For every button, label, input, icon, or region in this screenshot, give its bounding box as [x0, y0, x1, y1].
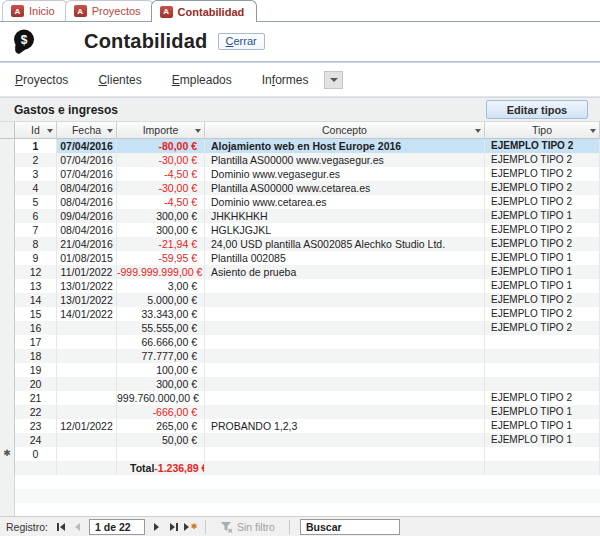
table-row[interactable]: 821/04/2016-21,94 €24,00 USD plantilla A… [0, 237, 600, 251]
cell-concepto[interactable] [205, 433, 485, 447]
cell-concepto[interactable] [205, 447, 485, 461]
cell-tipo[interactable]: EJEMPLO TIPO 2 [485, 139, 600, 153]
table-row[interactable]: 2312/01/2022265,00 €PROBANDO 1,2,3EJEMPL… [0, 419, 600, 433]
cell-id[interactable]: 1 [15, 139, 57, 153]
cell-id[interactable]: 14 [15, 293, 57, 307]
table-row[interactable]: 20300,00 € [0, 377, 600, 391]
cell-tipo[interactable]: EJEMPLO TIPO 2 [485, 195, 600, 209]
cell-importe[interactable]: -4,50 € [117, 195, 205, 209]
cell-id[interactable]: 9 [15, 251, 57, 265]
cell-id[interactable]: 3 [15, 167, 57, 181]
cell-id[interactable]: 13 [15, 279, 57, 293]
cell-fecha[interactable]: 01/08/2015 [57, 251, 117, 265]
cell-fecha[interactable]: 12/01/2022 [57, 419, 117, 433]
cell-concepto[interactable]: 24,00 USD plantilla AS002085 Alechko Stu… [205, 237, 485, 251]
cell-concepto[interactable]: HGLKJGJKL [205, 223, 485, 237]
column-header-importe[interactable]: Importe [117, 121, 205, 139]
cell-fecha[interactable]: 14/01/2022 [57, 307, 117, 321]
cell-importe[interactable] [117, 447, 205, 461]
first-record-button[interactable] [52, 519, 69, 535]
cell-importe[interactable]: 33.343,00 € [117, 307, 205, 321]
row-selector-gutter[interactable] [0, 167, 15, 181]
row-selector-gutter[interactable] [0, 209, 15, 223]
cell-id[interactable]: 16 [15, 321, 57, 335]
cell-tipo[interactable]: EJEMPLO TIPO 1 [485, 265, 600, 279]
row-selector-gutter[interactable] [0, 181, 15, 195]
row-selector-gutter[interactable] [0, 153, 15, 167]
cell-id[interactable]: 6 [15, 209, 57, 223]
cell-fecha[interactable]: 07/04/2016 [57, 139, 117, 153]
nav-link-empleados[interactable]: Empleados [172, 73, 232, 87]
cell-fecha[interactable]: 13/01/2022 [57, 293, 117, 307]
cell-tipo[interactable]: EJEMPLO TIPO 2 [485, 307, 600, 321]
cell-fecha[interactable] [57, 447, 117, 461]
row-selector-gutter[interactable] [0, 377, 15, 391]
cell-id[interactable]: 4 [15, 181, 57, 195]
cell-importe[interactable]: 55.555,00 € [117, 321, 205, 335]
column-filter-arrow-icon[interactable] [107, 129, 113, 133]
row-selector-gutter[interactable] [0, 307, 15, 321]
cell-importe[interactable]: 5.000,00 € [117, 293, 205, 307]
filter-status-button[interactable]: Sin filtro [212, 521, 283, 533]
table-row[interactable]: 508/04/2016-4,50 €Dominio www.cetarea.es… [0, 195, 600, 209]
cell-importe[interactable]: 77.777,00 € [117, 349, 205, 363]
cell-fecha[interactable]: 11/01/2022 [57, 265, 117, 279]
cell-tipo[interactable]: EJEMPLO TIPO 1 [485, 419, 600, 433]
new-record-button[interactable]: ✱ [182, 519, 199, 535]
table-row[interactable]: 22-666,00 €EJEMPLO TIPO 1 [0, 405, 600, 419]
cell-concepto[interactable]: Plantilla 002085 [205, 251, 485, 265]
cell-importe[interactable]: 300,00 € [117, 209, 205, 223]
row-selector-gutter[interactable] [0, 223, 15, 237]
row-selector-gutter[interactable] [0, 251, 15, 265]
cell-importe[interactable]: -666,00 € [117, 405, 205, 419]
column-header-tipo[interactable]: Tipo [485, 121, 600, 139]
cell-tipo[interactable]: EJEMPLO TIPO 2 [485, 237, 600, 251]
row-selector-gutter[interactable] [0, 391, 15, 405]
cell-importe[interactable]: -21,94 € [117, 237, 205, 251]
table-row[interactable]: 107/04/2016-80,00 €Alojamiento web en Ho… [0, 139, 600, 153]
row-selector-gutter[interactable] [0, 433, 15, 447]
cell-tipo[interactable] [485, 377, 600, 391]
cell-concepto[interactable]: Alojamiento web en Host Europe 2016 [205, 139, 485, 153]
cell-tipo[interactable]: EJEMPLO TIPO 1 [485, 209, 600, 223]
cell-importe[interactable]: -80,00 € [117, 139, 205, 153]
cell-tipo[interactable] [485, 335, 600, 349]
cell-importe[interactable]: 66.666,00 € [117, 335, 205, 349]
cell-id[interactable]: 22 [15, 405, 57, 419]
table-row[interactable]: 1766.666,00 € [0, 335, 600, 349]
cell-id[interactable]: 18 [15, 349, 57, 363]
cell-tipo[interactable]: EJEMPLO TIPO 1 [485, 251, 600, 265]
row-selector-gutter[interactable] [0, 265, 15, 279]
column-filter-arrow-icon[interactable] [475, 129, 481, 133]
table-row[interactable]: 207/04/2016-30,00 €Plantilla AS00000 www… [0, 153, 600, 167]
cell-tipo[interactable] [485, 349, 600, 363]
cell-tipo[interactable]: EJEMPLO TIPO 2 [485, 293, 600, 307]
cell-id[interactable]: 24 [15, 433, 57, 447]
table-row[interactable]: 19100,00 € [0, 363, 600, 377]
last-record-button[interactable] [165, 519, 182, 535]
table-row[interactable]: 1877.777,00 € [0, 349, 600, 363]
cell-id[interactable]: 5 [15, 195, 57, 209]
cell-concepto[interactable] [205, 363, 485, 377]
search-input[interactable]: Buscar [300, 519, 400, 535]
cell-concepto[interactable] [205, 321, 485, 335]
cell-concepto[interactable]: PROBANDO 1,2,3 [205, 419, 485, 433]
cell-importe[interactable]: -30,00 € [117, 153, 205, 167]
cell-importe[interactable]: 300,00 € [117, 377, 205, 391]
previous-record-button[interactable] [69, 519, 86, 535]
cell-concepto[interactable] [205, 335, 485, 349]
cell-importe[interactable]: 999.760.000,00 € [117, 391, 205, 405]
cell-fecha[interactable]: 07/04/2016 [57, 153, 117, 167]
cell-fecha[interactable] [57, 335, 117, 349]
cell-tipo[interactable]: EJEMPLO TIPO 1 [485, 405, 600, 419]
cell-id[interactable]: 12 [15, 265, 57, 279]
cell-concepto[interactable]: Dominio www.cetarea.es [205, 195, 485, 209]
table-row[interactable]: 609/04/2016300,00 €JHKHKHKHEJEMPLO TIPO … [0, 209, 600, 223]
column-header-fecha[interactable]: Fecha [57, 121, 117, 139]
row-selector-gutter[interactable] [0, 293, 15, 307]
cell-importe[interactable]: 50,00 € [117, 433, 205, 447]
cell-importe[interactable]: -59,95 € [117, 251, 205, 265]
cell-fecha[interactable] [57, 377, 117, 391]
cell-fecha[interactable] [57, 433, 117, 447]
cell-fecha[interactable]: 08/04/2016 [57, 195, 117, 209]
